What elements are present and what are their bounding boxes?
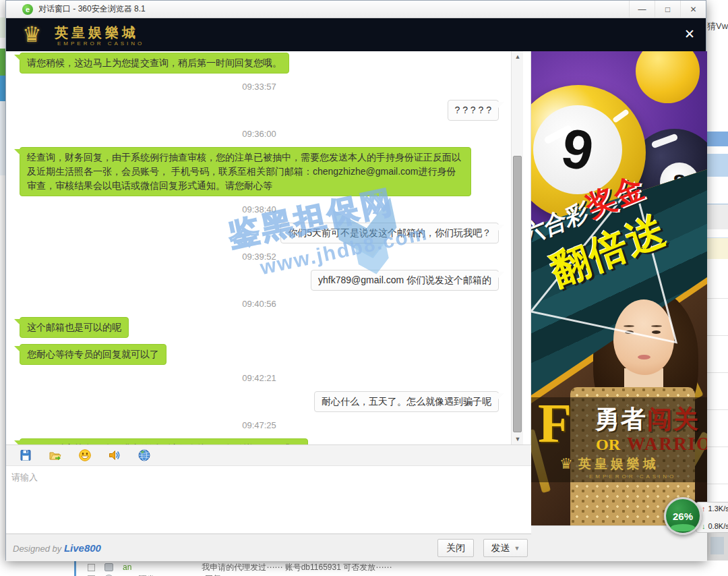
chat-message: 请您稍候，这边马上为您提交查询，稍后第一时间回复您哦。 (20, 53, 289, 74)
brand-name-en: EMPEROR CASINO (57, 40, 144, 47)
save-icon[interactable] (18, 448, 33, 463)
chat-message-row: yhfk789@gmail.com 你们说发这个邮箱的 (20, 270, 499, 291)
chat-scrollbar[interactable]: ▲ ▼ (511, 51, 523, 444)
chat-message: 09:39:52 (242, 250, 276, 264)
casino-brand-header: ♛ 英皇娱樂城 EMPEROR CASINO ✕ (6, 18, 706, 51)
emoticon-icon[interactable] (78, 448, 92, 463)
speaker-icon[interactable] (107, 448, 122, 463)
chat-message-row: 如果您对审核有什么不满意的话，请您直接回复邮件说明即可哦， (20, 438, 499, 444)
send-options-caret-icon[interactable]: ▼ (514, 545, 520, 552)
window-titlebar: e 对话窗口 - 360安全浏览器 8.1 — □ ✕ (6, 1, 706, 18)
designed-by-label: Designed by Live800 (13, 542, 101, 554)
chat-message: 这个邮箱也是可以的呢 (20, 317, 129, 338)
scroll-down-arrow[interactable]: ▼ (512, 434, 524, 444)
browser-360-icon: e (22, 4, 33, 15)
chat-message: ? ? ? ? ? (448, 100, 499, 121)
chat-message-row: 09:40:56 (20, 297, 499, 311)
chat-message: yhfk789@gmail.com 你们说发这个邮箱的 (311, 270, 499, 291)
background-page-right-sliver: 猜Vwi (706, 0, 728, 576)
chat-message-row: 您耐心等待专员的回复就可以了 (20, 344, 499, 365)
panel-divider (523, 51, 531, 444)
chat-message: 您耐心等待专员的回复就可以了 (20, 344, 166, 365)
chat-message-row: 09:47:25 (20, 418, 499, 432)
banner-brand-en: EMPEROR CASINO (589, 473, 676, 480)
chat-message: 如果您对审核有什么不满意的话，请您直接回复邮件说明即可哦， (20, 438, 308, 444)
close-button[interactable]: 关闭 (437, 539, 474, 557)
chat-message-row: 请您稍候，这边马上为您提交查询，稍后第一时间回复您哦。 (20, 53, 499, 74)
chat-dialog-window: e 对话窗口 - 360安全浏览器 8.1 — □ ✕ ♛ 英皇娱樂城 EMPE… (5, 0, 706, 560)
dialog-footer: Designed by Live800 关闭 发送 ▼ (6, 534, 531, 561)
background-checkbox (88, 564, 95, 571)
chat-message: 09:38:40 (242, 202, 276, 217)
warrior-or: OR (596, 436, 620, 453)
maximize-button[interactable]: □ (655, 1, 680, 18)
chat-message-row: 这个邮箱也是可以的呢 (20, 317, 499, 338)
live800-brand: Live800 (64, 542, 101, 554)
chat-message-row: 09:36:00 (20, 127, 499, 141)
chat-message-row: 你们5天前可不是说发这个邮箱的，你们玩我吧？ (20, 223, 499, 243)
close-chat-icon[interactable]: ✕ (681, 26, 698, 42)
chat-message-row: 09:38:40 (20, 202, 499, 217)
crown-logo-icon: ♛ (559, 455, 573, 473)
chat-message-row: 经查询，财务回复，由于系统例行抽查审核，您的注单已被抽中，需要您发送本人的手持身… (20, 147, 499, 196)
background-row-text: 我申请的代理发过⋯⋯ 账号db1165931 可否发放⋯⋯ (202, 562, 392, 573)
background-row-label: ⋯⋯理发⋯⋯ (123, 573, 171, 576)
chat-message-row: 09:39:52 (20, 250, 499, 264)
upload-arrow-icon: ↑ (702, 505, 706, 513)
close-window-button[interactable]: ✕ (680, 1, 706, 18)
brand-name-cn: 英皇娱樂城 (55, 24, 139, 42)
chat-message-list: 请您稍候，这边马上为您提交查询，稍后第一时间回复您哦。 09:33:57 ? ?… (6, 51, 511, 444)
chat-message-row: ? ? ? ? ? (20, 100, 499, 121)
upload-speed: 1.3K/s (708, 505, 728, 513)
progress-badge[interactable]: 26% (664, 497, 702, 535)
globe-icon[interactable] (137, 448, 152, 463)
chat-message: 09:36:00 (242, 127, 276, 141)
promo-banner[interactable]: 8 9 六合彩奖金 (531, 51, 707, 525)
warrior-overlay-band: F 勇者闯关 ORWARRIOR ♛ 英皇娱樂城 EMPEROR CASINO (531, 397, 707, 482)
banner-brand-cn: 英皇娱樂城 (578, 455, 659, 473)
send-button[interactable]: 发送 ▼ (483, 539, 528, 557)
chat-message: 09:33:57 (242, 80, 276, 94)
warrior-f-letter: F (538, 392, 572, 455)
crown-logo-icon: ♛ (22, 22, 42, 47)
screen: 猜Vwi an 我申请的代理发过⋯⋯ 账号db1165931 可否发放⋯⋯ ⋯⋯… (0, 0, 728, 576)
background-page-bottom-sliver: an 我申请的代理发过⋯⋯ 账号db1165931 可否发放⋯⋯ ⋯⋯理发⋯⋯ … (0, 560, 728, 576)
warrior-en: WARRIOR (627, 434, 707, 454)
message-composer (6, 466, 531, 534)
warrior-cn-red: 闯关 (647, 405, 700, 433)
scrollbar-thumb[interactable] (513, 156, 522, 432)
chat-message: 经查询，财务回复，由于系统例行抽查审核，您的注单已被抽中，需要您发送本人的手持身… (20, 147, 471, 196)
chat-message-row: 耐心什么，五天了。怎么就像遇到骗子呢 (20, 391, 499, 412)
chat-message: 09:40:56 (242, 297, 276, 311)
chat-message: 09:42:21 (242, 371, 276, 385)
chat-message: 你们5天前可不是说发这个邮箱的，你们玩我吧？ (280, 223, 499, 243)
chat-message-row: 09:33:57 (20, 80, 499, 94)
chat-message: 09:47:25 (242, 418, 276, 432)
chat-toolbar (6, 444, 531, 466)
message-input[interactable] (6, 466, 531, 534)
background-row-text: 回复⋯⋯ (205, 573, 237, 576)
download-arrow-icon: ↓ (702, 522, 706, 530)
open-file-icon[interactable] (48, 448, 63, 463)
window-title: 对话窗口 - 360安全浏览器 8.1 (38, 3, 146, 15)
scroll-up-arrow[interactable]: ▲ (512, 51, 524, 62)
minimize-button[interactable]: — (629, 1, 655, 18)
chat-message: 耐心什么，五天了。怎么就像遇到骗子呢 (314, 391, 499, 412)
chat-message-row: 09:42:21 (20, 371, 499, 385)
background-partial-text: 猜Vwi (707, 20, 728, 32)
warrior-cn-white: 勇者 (595, 405, 647, 433)
download-speed: 0.8K/s (708, 522, 728, 530)
progress-percent: 26% (673, 511, 693, 522)
background-row-label: an (123, 563, 131, 572)
background-mail-icon (104, 563, 113, 571)
background-page-left-sliver (0, 0, 5, 576)
